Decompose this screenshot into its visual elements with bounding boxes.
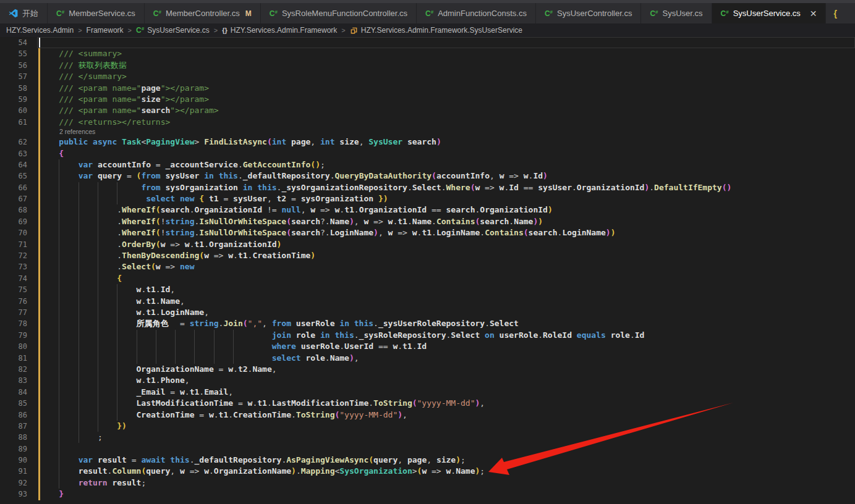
- code-line[interactable]: 70 .WhereIf(!string.IsNullOrWhiteSpace(s…: [0, 227, 855, 238]
- line-number: 84: [0, 387, 27, 398]
- code-editor[interactable]: 5455 /// <summary>56 /// 获取列表数据57 /// </…: [0, 37, 855, 504]
- code-line[interactable]: 87 }): [0, 421, 855, 432]
- code-line[interactable]: 92 return result;: [0, 477, 855, 489]
- code-line[interactable]: 83 w.t1.Phone,: [0, 375, 855, 386]
- line-number: 68: [0, 204, 27, 216]
- code-line[interactable]: 58 /// <param name="page"></param>: [0, 83, 855, 94]
- line-number: 60: [0, 105, 27, 116]
- modified-change-bar: [38, 250, 40, 261]
- gutter: [27, 364, 40, 375]
- tab-membercontroller-cs[interactable]: C#MemberController.csM: [145, 3, 261, 23]
- code-line[interactable]: 90 var result = await this._defaultRepos…: [0, 455, 855, 466]
- line-number: 62: [0, 136, 27, 148]
- line-number: 89: [0, 443, 27, 455]
- code-text: _Email = w.t1.Email,: [40, 387, 233, 398]
- breadcrumb-item-hzy-services-admin-framework[interactable]: {}HZY.Services.Admin.Framework: [222, 26, 337, 35]
- code-line[interactable]: 63 {: [0, 148, 855, 159]
- line-number: 74: [0, 273, 27, 284]
- line-number: 83: [0, 375, 27, 386]
- csharp-file-icon: C#: [425, 9, 433, 18]
- gutter: [27, 421, 40, 432]
- modified-change-bar: [38, 489, 40, 500]
- code-line[interactable]: 60 /// <param name="search"></param>: [0, 105, 855, 116]
- tab-sysuserservice-cs[interactable]: C#SysUserService.cs✕: [712, 3, 827, 23]
- code-line[interactable]: 79 join role in this._sysRoleRepository.…: [0, 330, 855, 341]
- modified-change-bar: [38, 273, 40, 284]
- code-line[interactable]: 74 {: [0, 273, 855, 284]
- close-icon[interactable]: ✕: [810, 9, 817, 18]
- code-line[interactable]: 65 var query = (from sysUser in this._de…: [0, 170, 855, 182]
- code-line[interactable]: 66 from sysOrganization in this._sysOrga…: [0, 182, 855, 193]
- gutter: [27, 37, 40, 48]
- breadcrumb-item-hzy-services-admin-framework-sysuserservice[interactable]: HZY.Services.Admin.Framework.SysUserServ…: [350, 26, 522, 35]
- code-line[interactable]: 81 select role.Name),: [0, 353, 855, 364]
- modified-change-bar: [38, 48, 40, 59]
- tab-partial[interactable]: {: [826, 3, 843, 23]
- namespace-icon: {}: [222, 27, 228, 34]
- code-line[interactable]: 57 /// </summary>: [0, 71, 855, 82]
- code-line[interactable]: 76 w.t1.Name,: [0, 296, 855, 307]
- code-text: {: [40, 148, 64, 159]
- code-line[interactable]: 55 /// <summary>: [0, 48, 855, 59]
- breadcrumb-label: HZY.Services.Admin.Framework: [231, 26, 338, 35]
- code-line[interactable]: 80 where userRole.UserId == w.t1.Id: [0, 341, 855, 352]
- code-line[interactable]: 61 /// <returns></returns>: [0, 117, 855, 128]
- tab-开始[interactable]: 开始: [0, 3, 48, 23]
- modified-change-bar: [38, 353, 40, 364]
- codelens-references[interactable]: 2 references: [40, 128, 95, 136]
- csharp-file-icon: C#: [56, 9, 64, 18]
- gutter: [27, 466, 40, 477]
- code-line[interactable]: 91 result.Column(query, w => w.Organizat…: [0, 466, 855, 477]
- tab-adminfunctionconsts-cs[interactable]: C#AdminFunctionConsts.cs: [417, 3, 536, 23]
- code-line[interactable]: 78 所属角色 = string.Join(",", from userRole…: [0, 318, 855, 329]
- code-line[interactable]: 93 }: [0, 489, 855, 500]
- gutter: [27, 387, 40, 398]
- code-line[interactable]: 82 OrganizationName = w.t2.Name,: [0, 364, 855, 375]
- breadcrumb-item-hzy-services-admin[interactable]: HZY.Services.Admin: [6, 26, 74, 35]
- gutter: [27, 204, 40, 216]
- code-line[interactable]: 67 select new { t1 = sysUser, t2 = sysOr…: [0, 193, 855, 204]
- code-line[interactable]: 73 .Select(w => new: [0, 261, 855, 272]
- gutter: [27, 443, 40, 455]
- csharp-file-icon: C#: [270, 9, 278, 18]
- code-line[interactable]: 77 w.t1.LoginName,: [0, 307, 855, 318]
- code-text: /// <param name="search"></param>: [40, 105, 219, 116]
- gutter: [27, 94, 40, 105]
- code-line[interactable]: 54: [0, 37, 855, 48]
- code-line[interactable]: 86 CreationTime = w.t1.CreationTime.ToSt…: [0, 410, 855, 421]
- line-number: 69: [0, 216, 27, 227]
- code-line[interactable]: 68 .WhereIf(search.OrganizationId != nul…: [0, 204, 855, 216]
- code-line[interactable]: 88 ;: [0, 432, 855, 443]
- gutter: [27, 170, 40, 182]
- csharp-file-icon: C#: [136, 26, 144, 35]
- code-text: result.Column(query, w => w.Organization…: [40, 466, 485, 477]
- breadcrumb-item-sysuserservice-cs[interactable]: C#SysUserService.cs: [136, 26, 210, 35]
- gutter: [27, 375, 40, 386]
- modified-change-bar: [38, 60, 40, 71]
- code-line[interactable]: 62 public async Task<PagingView> FindLis…: [0, 136, 855, 148]
- tab-label: SysUser.cs: [663, 9, 703, 18]
- code-line[interactable]: 72 .ThenByDescending(w => w.t1.CreationT…: [0, 250, 855, 261]
- code-line[interactable]: 75 w.t1.Id,: [0, 284, 855, 295]
- code-line[interactable]: 59 /// <param name="size"></param>: [0, 94, 855, 105]
- code-line[interactable]: 64 var accountInfo = _accountService.Get…: [0, 159, 855, 170]
- code-line[interactable]: 56 /// 获取列表数据: [0, 60, 855, 71]
- modified-change-bar: [38, 341, 40, 352]
- code-text: var query = (from sysUser in this._defau…: [40, 170, 548, 182]
- tab-sysuser-cs[interactable]: C#SysUser.cs: [641, 3, 712, 23]
- tab-sysrolemenufunctioncontroller-cs[interactable]: C#SysRoleMenuFunctionController.cs: [261, 3, 417, 23]
- code-line[interactable]: 89: [0, 443, 855, 455]
- breadcrumb-separator: >: [214, 27, 218, 34]
- class-symbol-icon: [350, 27, 358, 35]
- gutter: [27, 148, 40, 159]
- code-line[interactable]: 71 .OrderBy(w => w.t1.OrganizationId): [0, 239, 855, 250]
- tab-sysusercontroller-cs[interactable]: C#SysUserController.cs: [536, 3, 642, 23]
- code-line[interactable]: 84 _Email = w.t1.Email,: [0, 387, 855, 398]
- code-line[interactable]: 85 LastModificationTime = w.t1.LastModif…: [0, 398, 855, 409]
- code-line[interactable]: 69 .WhereIf(!string.IsNullOrWhiteSpace(s…: [0, 216, 855, 227]
- tab-memberservice-cs[interactable]: C#MemberService.cs: [48, 3, 145, 23]
- code-text: }): [40, 421, 127, 432]
- code-text: where userRole.UserId == w.t1.Id: [40, 341, 427, 352]
- code-text: /// </summary>: [40, 71, 127, 82]
- breadcrumb-item-framework[interactable]: Framework: [87, 26, 124, 35]
